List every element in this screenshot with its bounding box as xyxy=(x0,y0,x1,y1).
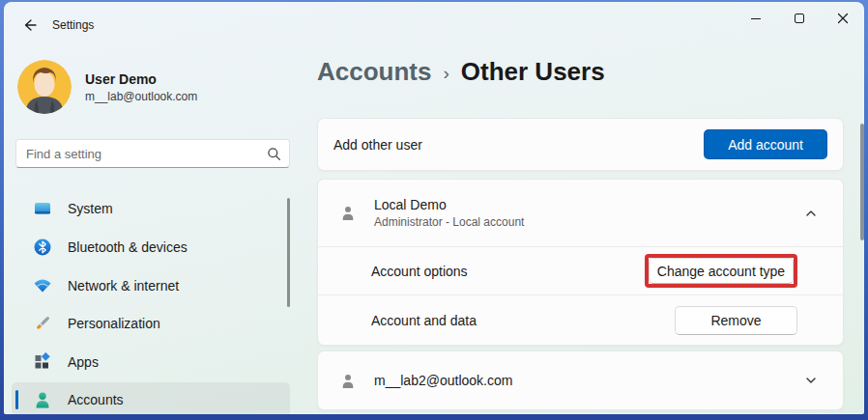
local-account-header[interactable]: Local Demo Administrator - Local account xyxy=(318,180,843,246)
other-account-card[interactable]: m__lab2@outlook.com xyxy=(317,350,844,410)
search-input[interactable] xyxy=(16,140,289,167)
sidebar-item-network[interactable]: Network & internet xyxy=(12,268,290,303)
remove-button[interactable]: Remove xyxy=(675,306,797,335)
system-icon xyxy=(33,199,52,218)
search-icon[interactable] xyxy=(267,147,281,161)
maximize-button[interactable] xyxy=(777,2,821,35)
network-icon xyxy=(33,276,52,295)
account-options-row: Account options Change account type xyxy=(318,246,843,294)
minimize-button[interactable] xyxy=(734,2,777,35)
sidebar-item-label: Personalization xyxy=(68,316,160,331)
add-other-user-card: Add other user Add account xyxy=(317,118,844,171)
local-account-card: Local Demo Administrator - Local account… xyxy=(317,179,844,346)
user-icon xyxy=(339,372,357,390)
profile-name: User Demo xyxy=(85,71,157,87)
local-account-name: Local Demo xyxy=(374,197,524,212)
close-button[interactable] xyxy=(821,2,864,35)
add-account-button[interactable]: Add account xyxy=(704,129,827,159)
minimize-icon xyxy=(751,18,761,19)
maximize-icon xyxy=(795,14,804,23)
apps-icon xyxy=(33,352,52,372)
back-arrow-icon xyxy=(22,17,38,33)
sidebar-item-apps[interactable]: Apps xyxy=(12,345,290,379)
sidebar-item-personalization[interactable]: Personalization xyxy=(12,306,290,341)
highlight-box: Change account type xyxy=(645,254,797,288)
sidebar-item-label: Apps xyxy=(68,354,99,370)
content-scrollbar[interactable] xyxy=(860,124,864,240)
sidebar-item-label: Network & internet xyxy=(68,278,179,294)
accounts-icon xyxy=(33,390,52,409)
change-account-type-button[interactable]: Change account type xyxy=(649,258,794,284)
add-other-user-label: Add other user xyxy=(333,137,422,153)
other-account-name: m__lab2@outlook.com xyxy=(374,373,512,388)
local-account-info: Local Demo Administrator - Local account xyxy=(374,197,524,229)
bluetooth-icon xyxy=(33,238,52,257)
breadcrumb: Accounts › Other Users xyxy=(317,57,605,87)
account-and-data-row: Account and data Remove xyxy=(318,294,843,345)
sidebar-item-accounts[interactable]: Accounts xyxy=(12,382,290,414)
breadcrumb-separator-icon: › xyxy=(443,63,448,84)
window-title: Settings xyxy=(52,18,94,32)
account-options-label: Account options xyxy=(371,264,468,279)
sidebar-item-label: Bluetooth & devices xyxy=(68,239,188,255)
settings-window: Settings User Demo m__lab@outlook.com xyxy=(4,2,864,414)
sidebar-item-label: Accounts xyxy=(68,392,124,407)
profile-email: m__lab@outlook.com xyxy=(85,90,197,103)
chevron-up-icon[interactable] xyxy=(804,207,818,220)
personalization-icon xyxy=(33,314,52,333)
page-title: Other Users xyxy=(461,57,605,87)
breadcrumb-accounts[interactable]: Accounts xyxy=(317,57,431,87)
sidebar-item-bluetooth[interactable]: Bluetooth & devices xyxy=(12,230,290,265)
sidebar-item-system[interactable]: System xyxy=(12,191,290,226)
user-icon xyxy=(339,204,357,222)
local-account-subtitle: Administrator - Local account xyxy=(374,215,524,229)
search-box xyxy=(15,139,290,168)
avatar xyxy=(17,60,72,114)
caption-controls xyxy=(734,2,864,35)
sidebar-item-label: System xyxy=(68,201,113,216)
chevron-down-icon[interactable] xyxy=(804,374,818,387)
accent-bar xyxy=(15,390,18,409)
back-button[interactable] xyxy=(15,11,44,40)
account-and-data-label: Account and data xyxy=(371,313,477,328)
close-icon xyxy=(837,13,849,24)
